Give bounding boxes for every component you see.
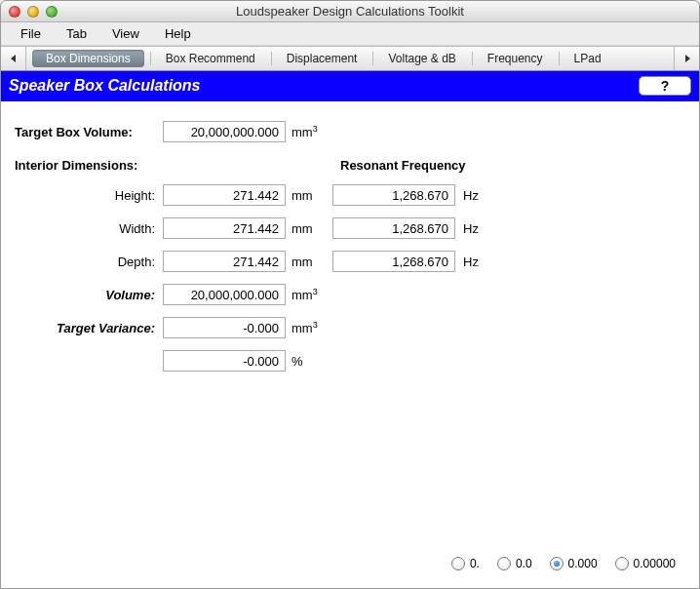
unit-target-volume: mm3 bbox=[286, 124, 327, 139]
precision-option-0[interactable]: 0. bbox=[451, 557, 480, 570]
row-width: Width: mm Hz bbox=[13, 212, 687, 245]
row-volume: Volume: mm3 bbox=[13, 278, 687, 311]
svg-marker-0 bbox=[11, 55, 16, 62]
panel-header: Speaker Box Calculations ? bbox=[1, 71, 699, 101]
unit-variance-pct: % bbox=[286, 354, 327, 369]
tab-displacement[interactable]: Displacement bbox=[271, 47, 373, 70]
menu-tab[interactable]: Tab bbox=[55, 23, 98, 44]
content-area: Target Box Volume: mm3 Interior Dimensio… bbox=[1, 101, 699, 588]
help-button[interactable]: ? bbox=[639, 76, 691, 96]
label-target-volume: Target Box Volume: bbox=[13, 125, 163, 139]
zoom-button[interactable] bbox=[46, 6, 58, 18]
form-area: Target Box Volume: mm3 Interior Dimensio… bbox=[13, 115, 687, 549]
row-variance-mm: Target Variance: mm3 bbox=[13, 311, 687, 344]
unit-variance-mm: mm3 bbox=[286, 320, 327, 335]
input-variance-pct[interactable] bbox=[163, 350, 286, 372]
precision-option-1[interactable]: 0.0 bbox=[497, 557, 532, 570]
menu-help[interactable]: Help bbox=[153, 23, 203, 44]
label-width: Width: bbox=[13, 221, 163, 236]
input-target-volume[interactable] bbox=[163, 121, 286, 142]
traffic-lights bbox=[1, 6, 58, 18]
input-depth-freq[interactable] bbox=[332, 251, 455, 272]
panel-title: Speaker Box Calculations bbox=[9, 77, 201, 95]
app-window: Loudspeaker Design Calculations Toolkit … bbox=[0, 0, 700, 589]
close-button[interactable] bbox=[9, 6, 20, 18]
unit-width: mm bbox=[286, 221, 327, 236]
input-height[interactable] bbox=[163, 184, 286, 206]
unit-volume: mm3 bbox=[286, 287, 327, 302]
input-volume[interactable] bbox=[163, 284, 286, 305]
menubar: File Tab View Help bbox=[1, 22, 699, 46]
unit-depth-freq: Hz bbox=[455, 255, 479, 269]
input-width[interactable] bbox=[163, 217, 286, 239]
radio-icon bbox=[497, 557, 511, 570]
unit-depth: mm bbox=[286, 255, 327, 269]
label-volume: Volume: bbox=[13, 288, 163, 302]
minimize-button[interactable] bbox=[27, 6, 39, 18]
input-variance-mm[interactable] bbox=[163, 317, 286, 338]
radio-icon bbox=[550, 557, 564, 570]
tabstrip: Box Dimensions Box Recommend Displacemen… bbox=[1, 46, 699, 71]
label-height: Height: bbox=[13, 188, 163, 203]
svg-marker-1 bbox=[685, 55, 690, 62]
input-depth[interactable] bbox=[163, 251, 286, 272]
row-variance-pct: % bbox=[13, 344, 687, 377]
radio-icon bbox=[615, 557, 629, 570]
tabs: Box Dimensions Box Recommend Displacemen… bbox=[26, 47, 674, 70]
tab-box-recommend[interactable]: Box Recommend bbox=[150, 47, 271, 70]
row-depth: Depth: mm Hz bbox=[13, 245, 687, 278]
label-interior-dimensions: Interior Dimensions: bbox=[13, 158, 334, 173]
tab-voltage-db[interactable]: Voltage & dB bbox=[372, 47, 471, 70]
label-variance: Target Variance: bbox=[13, 321, 163, 335]
tab-frequency[interactable]: Frequency bbox=[472, 47, 559, 70]
label-resonant-frequency: Resonant Frequency bbox=[334, 158, 466, 173]
radio-icon bbox=[451, 557, 465, 570]
input-height-freq[interactable] bbox=[332, 184, 455, 206]
menu-file[interactable]: File bbox=[9, 23, 53, 44]
tab-box-dimensions[interactable]: Box Dimensions bbox=[32, 50, 144, 67]
section-headers: Interior Dimensions: Resonant Frequency bbox=[13, 158, 687, 173]
input-width-freq[interactable] bbox=[332, 217, 455, 239]
unit-width-freq: Hz bbox=[455, 221, 479, 236]
unit-height: mm bbox=[286, 188, 327, 203]
tab-lpad[interactable]: LPad bbox=[559, 47, 617, 70]
tab-scroll-right[interactable] bbox=[674, 47, 699, 70]
titlebar: Loudspeaker Design Calculations Toolkit bbox=[1, 1, 699, 22]
precision-option-3[interactable]: 0.00000 bbox=[615, 557, 676, 570]
label-depth: Depth: bbox=[13, 255, 163, 269]
window-title: Loudspeaker Design Calculations Toolkit bbox=[1, 4, 699, 19]
tab-scroll-left[interactable] bbox=[1, 47, 26, 70]
row-height: Height: mm Hz bbox=[13, 178, 687, 212]
precision-footer: 0. 0.0 0.000 0.00000 bbox=[13, 549, 687, 580]
menu-view[interactable]: View bbox=[100, 23, 151, 44]
unit-height-freq: Hz bbox=[455, 188, 479, 203]
precision-option-2[interactable]: 0.000 bbox=[550, 557, 598, 570]
row-target-volume: Target Box Volume: mm3 bbox=[13, 115, 687, 148]
